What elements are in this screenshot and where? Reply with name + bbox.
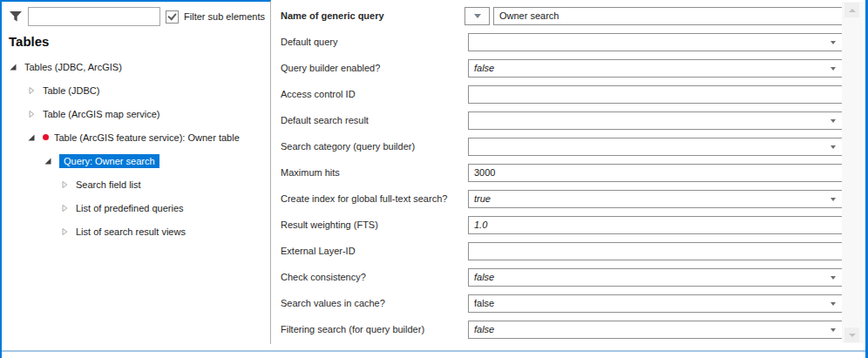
tree-item-label[interactable]: Table (JDBC) bbox=[43, 85, 99, 96]
field-label: Result weighting (FTS) bbox=[281, 216, 378, 234]
name-of-generic-query-input[interactable]: Owner search bbox=[493, 7, 844, 25]
tree-item-search-field-list[interactable]: Search field list bbox=[2, 172, 270, 196]
tree-item-label[interactable]: Tables (JDBC, ArcGIS) bbox=[24, 62, 122, 72]
tree-item-label-selected[interactable]: Query: Owner search bbox=[59, 154, 159, 168]
collapsed-arrow-icon[interactable] bbox=[27, 86, 36, 95]
check-consistency-combobox[interactable]: false bbox=[468, 268, 843, 287]
form-row-default-search-result: Default search result bbox=[271, 111, 843, 130]
scroll-down-button[interactable] bbox=[844, 328, 859, 342]
collapsed-arrow-icon[interactable] bbox=[60, 204, 69, 213]
field-label: Access control ID bbox=[281, 85, 356, 104]
field-label: Query builder enabled? bbox=[281, 59, 380, 78]
tree-item-table-jdbc[interactable]: Table (JDBC) bbox=[2, 78, 270, 102]
dropdown-arrow-icon[interactable] bbox=[831, 276, 836, 280]
field-label: Create index for global full-text search… bbox=[281, 190, 447, 208]
dropdown-arrow-icon bbox=[474, 14, 481, 18]
tree-item-label[interactable]: Table (ArcGIS feature service): Owner ta… bbox=[54, 132, 240, 143]
field-label: Default query bbox=[281, 33, 337, 51]
panel-title: Tables bbox=[9, 34, 270, 49]
form-row-result-weighting-fts: Result weighting (FTS) 1.0 bbox=[271, 216, 843, 234]
checkmark-icon bbox=[167, 11, 176, 21]
filter-sub-elements-checkbox[interactable] bbox=[166, 10, 179, 24]
field-label: Default search result bbox=[281, 111, 369, 130]
dropdown-arrow-icon[interactable] bbox=[831, 145, 836, 149]
search-category-combobox[interactable] bbox=[468, 138, 843, 156]
form-row-query-builder-enabled: Query builder enabled? false bbox=[271, 59, 843, 78]
window-bottom-rule bbox=[2, 350, 865, 352]
default-search-result-combobox[interactable] bbox=[468, 111, 843, 130]
field-label: Search category (query builder) bbox=[281, 138, 415, 156]
form-row-access-control-id: Access control ID bbox=[271, 85, 843, 104]
field-value: 1.0 bbox=[474, 220, 487, 230]
tree-item-tables-root[interactable]: Tables (JDBC, ArcGIS) bbox=[2, 55, 270, 78]
collapsed-arrow-icon[interactable] bbox=[60, 227, 69, 236]
result-weighting-fts-input[interactable]: 1.0 bbox=[468, 216, 843, 234]
dropdown-arrow-icon[interactable] bbox=[831, 67, 836, 71]
scroll-down-arrow-icon bbox=[849, 334, 856, 337]
red-dot-icon bbox=[43, 134, 49, 140]
field-value: false bbox=[474, 298, 494, 308]
field-value: false bbox=[474, 63, 494, 73]
tree-item-table-arcgis-feature-service[interactable]: Table (ArcGIS feature service): Owner ta… bbox=[2, 125, 270, 149]
field-label: Filtering search (for query builder) bbox=[281, 321, 424, 339]
expanded-arrow-icon[interactable] bbox=[44, 157, 52, 165]
form-row-search-values-in-cache: Search values in cache? false bbox=[271, 294, 843, 313]
field-value: false bbox=[474, 324, 494, 334]
field-value: 3000 bbox=[474, 167, 495, 178]
create-index-fts-combobox[interactable]: true bbox=[468, 190, 843, 208]
tree-item-label[interactable]: List of predefined queries bbox=[76, 203, 184, 213]
field-label: Search values in cache? bbox=[281, 294, 385, 313]
field-label: External Layer-ID bbox=[281, 242, 356, 260]
form-row-check-consistency: Check consistency? false bbox=[271, 268, 843, 287]
tree-item-list-of-predefined-queries[interactable]: List of predefined queries bbox=[2, 196, 270, 220]
scroll-up-button[interactable] bbox=[844, 3, 859, 17]
filter-input[interactable] bbox=[28, 7, 160, 26]
external-layer-id-input[interactable] bbox=[468, 242, 843, 260]
collapsed-arrow-icon[interactable] bbox=[60, 180, 69, 189]
tree: Tables (JDBC, ArcGIS) Table (JDBC) Table… bbox=[2, 55, 270, 243]
field-label: Maximum hits bbox=[281, 164, 340, 182]
tree-item-query-owner-search[interactable]: Query: Owner search bbox=[2, 149, 270, 172]
config-window: Filter sub elements Tables Tables (JDBC,… bbox=[0, 0, 868, 358]
dropdown-arrow-icon[interactable] bbox=[831, 119, 836, 123]
name-dropdown-button[interactable] bbox=[465, 7, 490, 25]
form-row-create-index-fts: Create index for global full-text search… bbox=[271, 190, 843, 208]
form-row-filtering-search: Filtering search (for query builder) fal… bbox=[271, 321, 843, 339]
tree-item-table-arcgis-map-service[interactable]: Table (ArcGIS map service) bbox=[2, 102, 270, 125]
tree-item-label[interactable]: Table (ArcGIS map service) bbox=[43, 109, 159, 119]
field-label: Check consistency? bbox=[281, 268, 366, 287]
search-values-in-cache-combobox[interactable]: false bbox=[468, 294, 843, 313]
form-row-search-category: Search category (query builder) bbox=[271, 138, 843, 156]
form-row-default-query: Default query bbox=[271, 33, 843, 51]
maximum-hits-input[interactable]: 3000 bbox=[468, 164, 843, 182]
expanded-arrow-icon[interactable] bbox=[27, 133, 36, 142]
default-query-combobox[interactable] bbox=[468, 33, 843, 51]
collapsed-arrow-icon[interactable] bbox=[27, 110, 36, 118]
filtering-search-combobox[interactable]: false bbox=[468, 321, 843, 339]
field-value: true bbox=[474, 193, 491, 204]
form-row-maximum-hits: Maximum hits 3000 bbox=[271, 164, 843, 182]
tree-item-list-of-search-result-views[interactable]: List of search result views bbox=[2, 220, 270, 243]
dropdown-arrow-icon[interactable] bbox=[831, 198, 836, 201]
form-row-external-layer-id: External Layer-ID bbox=[271, 242, 843, 260]
field-value: Owner search bbox=[499, 10, 559, 21]
field-label: Name of generic query bbox=[281, 7, 384, 25]
query-builder-enabled-combobox[interactable]: false bbox=[468, 59, 843, 78]
field-value: false bbox=[474, 272, 494, 282]
filter-funnel-icon bbox=[9, 10, 23, 24]
dropdown-arrow-icon[interactable] bbox=[831, 302, 836, 306]
expanded-arrow-icon[interactable] bbox=[9, 63, 17, 71]
scroll-up-arrow-icon bbox=[849, 9, 856, 12]
filter-checkbox-label: Filter sub elements bbox=[184, 11, 265, 22]
property-form: Name of generic query Owner search Defau… bbox=[271, 0, 843, 348]
tree-item-label[interactable]: Search field list bbox=[76, 179, 141, 190]
tree-panel: Filter sub elements Tables Tables (JDBC,… bbox=[2, 2, 270, 348]
access-control-id-input[interactable] bbox=[468, 85, 843, 104]
form-row-name-of-generic-query: Name of generic query Owner search bbox=[271, 7, 843, 25]
dropdown-arrow-icon[interactable] bbox=[831, 41, 836, 44]
tree-item-label[interactable]: List of search result views bbox=[76, 226, 186, 237]
vertical-scrollbar[interactable] bbox=[842, 2, 863, 343]
dropdown-arrow-icon[interactable] bbox=[831, 328, 836, 332]
filter-bar: Filter sub elements bbox=[2, 2, 270, 26]
